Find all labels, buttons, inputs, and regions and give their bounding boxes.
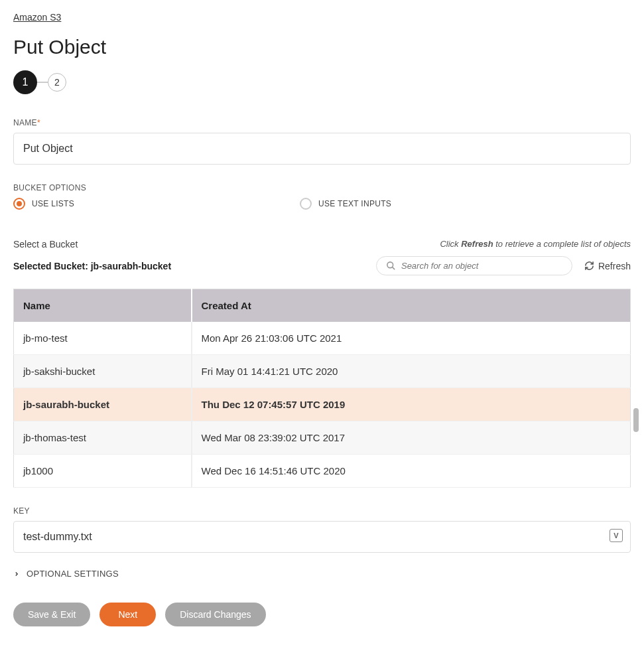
search-input[interactable] bbox=[401, 261, 562, 271]
svg-line-1 bbox=[392, 267, 395, 269]
save-exit-button[interactable]: Save & Exit bbox=[13, 603, 90, 626]
cell-name: jb1000 bbox=[14, 455, 192, 488]
search-icon bbox=[386, 261, 396, 271]
bucket-table: Name Created At jb-mo-testMon Apr 26 21:… bbox=[13, 289, 631, 488]
chevron-right-icon bbox=[13, 571, 20, 577]
cell-name: jb-thomas-test bbox=[14, 421, 192, 455]
cell-created: Wed Mar 08 23:39:02 UTC 2017 bbox=[192, 421, 631, 455]
refresh-label: Refresh bbox=[598, 261, 631, 271]
cell-created: Fri May 01 14:41:21 UTC 2020 bbox=[192, 355, 631, 388]
radio-use-text-inputs[interactable]: USE TEXT INPUTS bbox=[300, 198, 391, 210]
select-bucket-label: Select a Bucket bbox=[13, 239, 78, 250]
stepper: 1 2 bbox=[13, 70, 631, 94]
scrollbar-thumb[interactable] bbox=[633, 408, 639, 432]
optional-settings-label: OPTIONAL SETTINGS bbox=[27, 569, 119, 579]
key-input[interactable] bbox=[13, 521, 631, 553]
radio-use-text-inputs-label: USE TEXT INPUTS bbox=[318, 199, 391, 208]
page-title: Put Object bbox=[13, 36, 631, 58]
table-row[interactable]: jb-mo-testMon Apr 26 21:03:06 UTC 2021 bbox=[14, 322, 631, 355]
name-input[interactable] bbox=[13, 133, 631, 165]
table-row[interactable]: jb-thomas-testWed Mar 08 23:39:02 UTC 20… bbox=[14, 421, 631, 455]
breadcrumb-link[interactable]: Amazon S3 bbox=[13, 12, 61, 23]
refresh-button[interactable]: Refresh bbox=[584, 261, 631, 271]
cell-name: jb-sakshi-bucket bbox=[14, 355, 192, 388]
step-2[interactable]: 2 bbox=[48, 73, 66, 92]
name-label: NAME* bbox=[13, 118, 631, 127]
cell-created: Wed Dec 16 14:51:46 UTC 2020 bbox=[192, 455, 631, 488]
step-connector bbox=[37, 82, 48, 83]
radio-icon bbox=[13, 198, 25, 210]
cell-created: Mon Apr 26 21:03:06 UTC 2021 bbox=[192, 322, 631, 355]
bucket-options-label: BUCKET OPTIONS bbox=[13, 183, 631, 192]
cell-name: jb-saurabh-bucket bbox=[14, 388, 192, 421]
key-label: KEY bbox=[13, 506, 631, 516]
cell-name: jb-mo-test bbox=[14, 322, 192, 355]
step-1[interactable]: 1 bbox=[13, 70, 37, 94]
table-row[interactable]: jb-saurabh-bucketThu Dec 12 07:45:57 UTC… bbox=[14, 388, 631, 421]
discard-button[interactable]: Discard Changes bbox=[165, 603, 265, 626]
refresh-hint: Click Refresh to retrieve a complete lis… bbox=[440, 239, 631, 249]
table-row[interactable]: jb1000Wed Dec 16 14:51:46 UTC 2020 bbox=[14, 455, 631, 488]
selected-bucket: Selected Bucket: jb-saurabh-bucket bbox=[13, 261, 171, 271]
svg-point-0 bbox=[387, 262, 393, 268]
col-header-name[interactable]: Name bbox=[14, 289, 192, 323]
col-header-created[interactable]: Created At bbox=[192, 289, 631, 323]
radio-icon bbox=[300, 198, 312, 210]
refresh-icon bbox=[584, 261, 594, 271]
radio-use-lists[interactable]: USE LISTS bbox=[13, 198, 74, 210]
cell-created: Thu Dec 12 07:45:57 UTC 2019 bbox=[192, 388, 631, 421]
radio-use-lists-label: USE LISTS bbox=[32, 199, 74, 208]
optional-settings-toggle[interactable]: OPTIONAL SETTINGS bbox=[13, 569, 631, 579]
next-button[interactable]: Next bbox=[99, 603, 156, 626]
search-box[interactable] bbox=[376, 256, 572, 275]
table-row[interactable]: jb-sakshi-bucketFri May 01 14:41:21 UTC … bbox=[14, 355, 631, 388]
variable-icon[interactable]: V bbox=[610, 529, 623, 542]
